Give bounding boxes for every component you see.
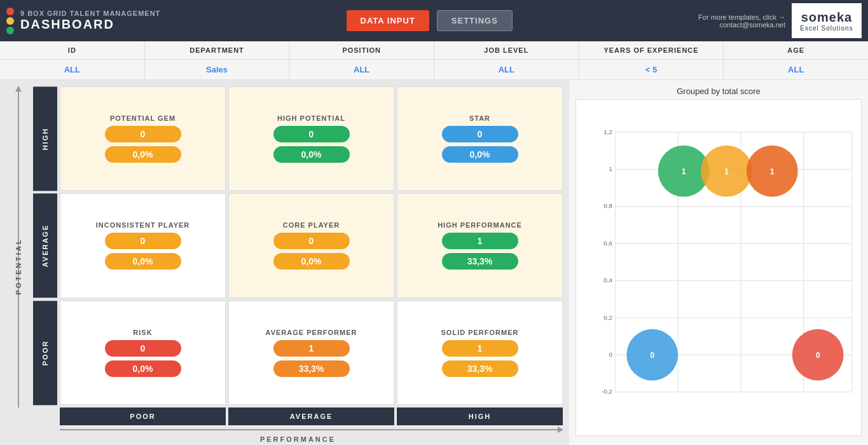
col-label-average: AVERAGE: [228, 407, 394, 425]
performance-axis: [60, 429, 563, 430]
svg-text:1: 1: [724, 167, 729, 176]
cell-count-high-potential: 0: [273, 126, 350, 142]
filter-header-yoe: YEARS OF EXPERIENCE: [579, 41, 724, 59]
cell-title-solid-performer: SOLID PERFORMER: [441, 329, 519, 336]
svg-text:0,8: 0,8: [603, 202, 612, 209]
cell-count-solid-performer: 1: [442, 340, 518, 357]
cell-pct-potential-gem: 0,0%: [105, 146, 181, 163]
col-labels-row: POOR AVERAGE HIGH: [60, 407, 563, 425]
filter-values: ALL Sales ALL ALL < 5 ALL: [0, 60, 868, 79]
filter-headers: ID DEPARTMENT POSITION JOB LEVEL YEARS O…: [0, 41, 868, 60]
cell-solid-performer: SOLID PERFORMER 1 33,3%: [397, 301, 563, 405]
filter-header-age: AGE: [724, 41, 868, 59]
cell-title-star: STAR: [469, 114, 490, 122]
cell-count-high-perf: 1: [442, 233, 518, 249]
filter-section: ID DEPARTMENT POSITION JOB LEVEL YEARS O…: [0, 41, 868, 80]
cell-pct-solid-performer: 33,3%: [442, 360, 518, 377]
perf-arrow-line: [60, 429, 563, 430]
app-title: 9 BOX GRID TALENT MANAGEMENT: [20, 10, 160, 17]
potential-arrowhead: [15, 86, 22, 92]
main-content: POTENTIAL HIGH POTENTIAL GEM 0 0,0% HIGH…: [0, 80, 868, 445]
svg-text:1: 1: [770, 167, 775, 176]
logo-sub: Excel Solutions: [800, 25, 853, 32]
filter-value-pos[interactable]: ALL: [289, 60, 434, 79]
row-label-average: AVERAGE: [33, 193, 57, 298]
traffic-lights: [6, 8, 14, 34]
svg-text:1: 1: [609, 165, 612, 172]
cell-count-inconsistent: 0: [105, 233, 181, 249]
potential-label: POTENTIAL: [15, 238, 22, 294]
svg-text:0,4: 0,4: [603, 277, 612, 284]
cell-pct-high-potential: 0,0%: [273, 146, 350, 163]
settings-button[interactable]: SETTINGS: [437, 10, 513, 31]
col-label-high: HIGH: [397, 407, 563, 425]
cell-title-potential-gem: POTENTIAL GEM: [110, 114, 176, 122]
perf-text-row: PERFORMANCE: [33, 435, 563, 443]
svg-text:-0,2: -0,2: [602, 388, 612, 395]
dashboard-label: DASHBOARD: [20, 17, 160, 32]
cell-count-star: 0: [442, 126, 518, 142]
cell-title-core-player: CORE PLAYER: [283, 221, 340, 229]
cell-potential-gem: POTENTIAL GEM 0 0,0%: [60, 86, 226, 191]
cell-title-high-potential: HIGH POTENTIAL: [277, 114, 345, 122]
svg-text:1: 1: [682, 167, 686, 176]
filter-header-joblevel: JOB LEVEL: [434, 41, 579, 59]
filter-value-id[interactable]: ALL: [0, 60, 145, 79]
tl-yellow: [6, 17, 14, 25]
bubble-chart-svg: 1,2 1 0,8 0,6 0,4 0,2 0 -0,2 1 1 1 0: [595, 106, 858, 432]
tl-red: [6, 8, 14, 15]
svg-text:0: 0: [609, 351, 612, 358]
filter-header-id: ID: [0, 41, 145, 59]
grid-row-high: HIGH POTENTIAL GEM 0 0,0% HIGH POTENTIAL…: [33, 86, 563, 191]
performance-label: PERFORMANCE: [260, 435, 336, 443]
cell-title-risk: RISK: [133, 329, 152, 336]
cell-title-avg-performer: AVERAGE PERFORMER: [266, 329, 357, 336]
filter-header-dept: DEPARTMENT: [145, 41, 290, 59]
cell-count-avg-performer: 1: [273, 340, 350, 357]
grid-rows-container: HIGH POTENTIAL GEM 0 0,0% HIGH POTENTIAL…: [33, 86, 563, 445]
logo-block: someka Excel Solutions: [792, 3, 862, 38]
data-input-button[interactable]: DATA INPUT: [347, 10, 429, 31]
cell-high-potential: HIGH POTENTIAL 0 0,0%: [228, 86, 394, 191]
cell-pct-high-perf: 33,3%: [442, 253, 518, 270]
cell-core-player: CORE PLAYER 0 0,0%: [228, 193, 394, 298]
cell-inconsistent-player: INCONSISTENT PLAYER 0 0,0%: [60, 193, 226, 298]
filter-header-pos: POSITION: [289, 41, 434, 59]
cell-star: STAR 0 0,0%: [397, 86, 563, 191]
cell-count-core-player: 0: [273, 233, 350, 249]
cell-avg-performer: AVERAGE PERFORMER 1 33,3%: [228, 301, 394, 405]
cell-count-risk: 0: [105, 340, 181, 357]
more-templates-text: For more templates, click →: [698, 13, 785, 21]
svg-text:0,6: 0,6: [603, 240, 612, 247]
cell-title-inconsistent: INCONSISTENT PLAYER: [96, 221, 190, 229]
filter-value-joblevel[interactable]: ALL: [434, 60, 579, 79]
svg-text:0: 0: [816, 351, 820, 360]
col-label-poor: POOR: [60, 407, 226, 425]
cell-title-high-perf: HIGH PERFORMANCE: [437, 221, 522, 229]
header-title-block: 9 BOX GRID TALENT MANAGEMENT DASHBOARD: [20, 10, 160, 32]
contact-email: contact@someka.net: [720, 21, 786, 29]
filter-value-yoe[interactable]: < 5: [579, 60, 724, 79]
grid-row-average: AVERAGE INCONSISTENT PLAYER 0 0,0% CORE …: [33, 193, 563, 298]
tl-green: [6, 27, 14, 34]
app-header: 9 BOX GRID TALENT MANAGEMENT DASHBOARD D…: [0, 0, 868, 41]
perf-arrowhead: [558, 427, 563, 433]
header-right: For more templates, click → contact@some…: [698, 13, 785, 29]
filter-value-dept[interactable]: Sales: [145, 60, 290, 79]
grid-row-poor: POOR RISK 0 0,0% AVERAGE PERFORMER 1 33,…: [33, 301, 563, 405]
row-label-poor: POOR: [33, 301, 57, 405]
grid-section: POTENTIAL HIGH POTENTIAL GEM 0 0,0% HIGH…: [0, 80, 569, 445]
cell-pct-risk: 0,0%: [105, 360, 181, 377]
cell-pct-core-player: 0,0%: [273, 253, 350, 270]
cell-count-potential-gem: 0: [105, 126, 181, 142]
potential-axis: POTENTIAL: [6, 86, 31, 445]
cell-pct-inconsistent: 0,0%: [105, 253, 181, 270]
row-label-high: HIGH: [33, 86, 57, 191]
chart-title: Grouped by total score: [575, 86, 862, 96]
svg-text:1,2: 1,2: [603, 128, 612, 135]
cell-high-performance: HIGH PERFORMANCE 1 33,3%: [397, 193, 563, 298]
svg-text:0: 0: [650, 351, 654, 360]
filter-value-age[interactable]: ALL: [724, 60, 868, 79]
cell-pct-star: 0,0%: [442, 146, 518, 163]
svg-text:0,2: 0,2: [603, 314, 612, 321]
